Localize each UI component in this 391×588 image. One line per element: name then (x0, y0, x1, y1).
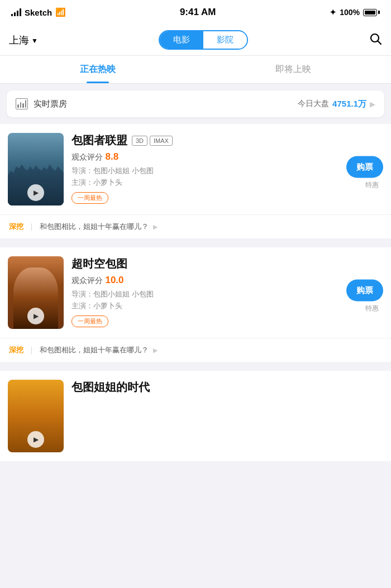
sub-tabs: 正在热映 即将上映 (0, 56, 391, 84)
rating-row-1: 观众评分 8.8 (71, 151, 383, 162)
movie-title-3: 包图姐姐的时代 (71, 380, 150, 395)
hot-badge-2: 一周最热 (71, 315, 108, 327)
hot-badge-1: 一周最热 (71, 192, 108, 204)
tag-3d: 3D (132, 136, 147, 146)
status-right: ✦ 100% (330, 8, 380, 17)
play-button-3[interactable]: ▶ (27, 431, 44, 448)
content-area: 实时票房 今日大盘 4751.1万 ▶ ▶ 包图者联盟 3D IMAX (0, 90, 391, 461)
movie-poster-3[interactable]: ▶ (8, 380, 64, 452)
movie-title-row-1: 包图者联盟 3D IMAX (71, 133, 383, 148)
battery-percent: 100% (340, 8, 360, 17)
deep-dig-label-1: 深挖 (9, 222, 23, 232)
status-left: Sketch 📶 (11, 7, 66, 17)
deep-dig-row-2[interactable]: 深挖 ｜ 和包图相比，姐姐十年赢在哪儿？ ▶ (0, 338, 391, 362)
rating-value-1: 8.8 (105, 151, 118, 162)
buy-button-2[interactable]: 购票 (346, 280, 383, 302)
movie-card-3: ▶ 包图姐姐的时代 (0, 371, 391, 461)
search-button[interactable] (369, 32, 382, 49)
deep-dig-text-2: 和包图相比，姐姐十年赢在哪儿？ (40, 345, 149, 355)
director-row-2: 导演：包图小姐姐 小包图 (71, 289, 383, 299)
header: 上海 ▼ 电影 影院 (0, 25, 391, 56)
movie-card-2: ▶ 超时空包图 观众评分 10.0 导演：包图小姐姐 小包图 主演：小萝卜头 一… (0, 247, 391, 362)
deep-dig-label-2: 深挖 (9, 345, 23, 355)
play-button-2[interactable]: ▶ (27, 308, 44, 324)
realtime-right: 今日大盘 4751.1万 ▶ (298, 99, 375, 109)
realtime-box[interactable]: 实时票房 今日大盘 4751.1万 ▶ (7, 90, 384, 117)
deep-dig-divider-2: ｜ (28, 345, 35, 355)
movie-card-1: ▶ 包图者联盟 3D IMAX 观众评分 8.8 导演：包图小姐姐 小包图 主演… (0, 124, 391, 238)
deep-dig-text-1: 和包图相比，姐姐十年赢在哪儿？ (40, 222, 149, 232)
actor-row-1: 主演：小萝卜头 (71, 178, 383, 188)
deep-dig-arrow-1: ▶ (153, 223, 158, 231)
card-divider-1 (0, 243, 391, 247)
deep-dig-arrow-2: ▶ (153, 347, 158, 354)
movie-info-1: 包图者联盟 3D IMAX 观众评分 8.8 导演：包图小姐姐 小包图 主演：小… (71, 133, 383, 205)
chart-icon (16, 98, 28, 109)
today-label: 今日大盘 (298, 99, 329, 109)
tab-movie[interactable]: 电影 (160, 31, 203, 49)
deep-dig-divider-1: ｜ (28, 222, 35, 232)
movie-title-1: 包图者联盟 (71, 133, 127, 148)
movie-card-2-inner: ▶ 超时空包图 观众评分 10.0 导演：包图小姐姐 小包图 主演：小萝卜头 一… (0, 247, 391, 338)
realtime-label: 实时票房 (34, 99, 67, 109)
city-dropdown-arrow: ▼ (31, 37, 38, 45)
movie-title-row-2: 超时空包图 (71, 256, 383, 271)
sub-tab-upcoming[interactable]: 即将上映 (196, 56, 391, 83)
city-selector[interactable]: 上海 ▼ (9, 34, 38, 47)
play-button-1[interactable]: ▶ (27, 184, 44, 201)
realtime-arrow: ▶ (370, 100, 375, 108)
special-label-1: 特惠 (365, 180, 379, 190)
main-tab-group: 电影 影院 (159, 30, 248, 50)
rating-label-1: 观众评分 (71, 152, 103, 161)
tab-cinema[interactable]: 影院 (203, 31, 247, 49)
movie-card-1-inner: ▶ 包图者联盟 3D IMAX 观众评分 8.8 导演：包图小姐姐 小包图 主演… (0, 124, 391, 214)
bluetooth-icon: ✦ (330, 8, 336, 17)
status-time: 9:41 AM (180, 7, 216, 18)
movie-card-3-inner: ▶ 包图姐姐的时代 (0, 371, 391, 461)
city-name: 上海 (9, 34, 29, 47)
card-divider-2 (0, 366, 391, 371)
rating-value-2: 10.0 (105, 275, 123, 285)
tag-imax: IMAX (150, 136, 173, 146)
special-label-2: 特惠 (365, 304, 379, 313)
movie-title-row-3: 包图姐姐的时代 (71, 380, 383, 395)
actor-row-2: 主演：小萝卜头 (71, 301, 383, 311)
movie-info-3: 包图姐姐的时代 (71, 380, 383, 452)
rating-row-2: 观众评分 10.0 (71, 275, 383, 286)
movie-poster-1[interactable]: ▶ (8, 133, 64, 205)
realtime-left: 实时票房 (16, 98, 67, 109)
rating-label-2: 观众评分 (71, 276, 103, 285)
movie-poster-2[interactable]: ▶ (8, 256, 64, 329)
status-bar: Sketch 📶 9:41 AM ✦ 100% (0, 0, 391, 25)
movie-tags-1: 3D IMAX (132, 136, 173, 146)
battery-icon (363, 9, 380, 16)
deep-dig-row-1[interactable]: 深挖 ｜ 和包图相比，姐姐十年赢在哪儿？ ▶ (0, 214, 391, 238)
sub-tab-nowshowing[interactable]: 正在热映 (0, 56, 196, 83)
realtime-value: 4751.1万 (332, 99, 366, 109)
movie-info-2: 超时空包图 观众评分 10.0 导演：包图小姐姐 小包图 主演：小萝卜头 一周最… (71, 256, 383, 329)
director-row-1: 导演：包图小姐姐 小包图 (71, 166, 383, 176)
wifi-icon: 📶 (55, 7, 66, 17)
buy-button-1[interactable]: 购票 (346, 156, 383, 178)
movie-title-2: 超时空包图 (71, 256, 127, 271)
signal-icon (11, 8, 21, 16)
svg-line-1 (378, 41, 381, 44)
carrier-name: Sketch (25, 8, 52, 17)
